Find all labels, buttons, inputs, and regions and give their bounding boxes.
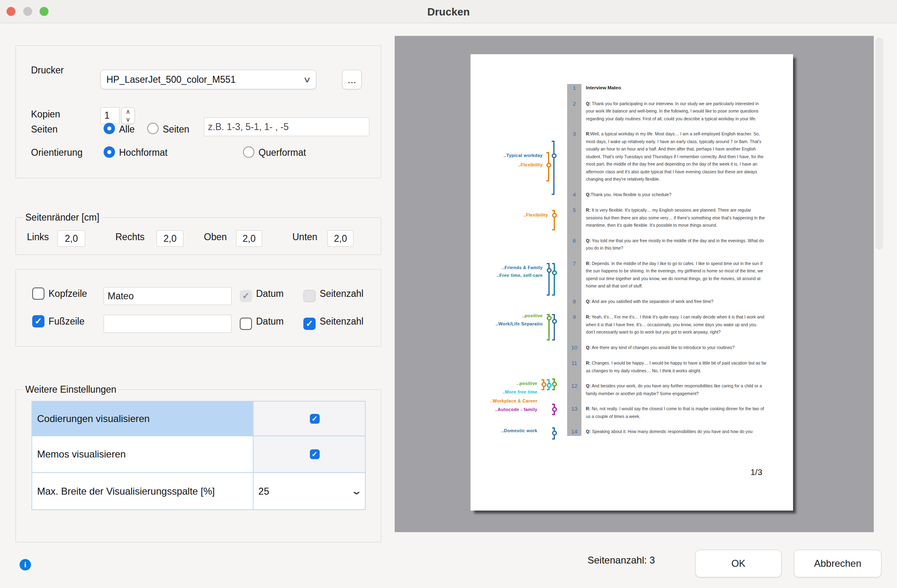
settings-checkbox[interactable]: ✓ — [310, 449, 320, 459]
paragraph-row: 9R: Yeah, it's… For me it's… I think it'… — [567, 313, 767, 344]
stepper-down-icon[interactable]: ∨ — [122, 116, 135, 124]
cancel-button[interactable]: Abbrechen — [794, 550, 882, 577]
orientation-portrait-radio[interactable] — [104, 146, 115, 158]
paragraph-row: 4Q:Thank you. How flexible is your sched… — [567, 191, 767, 207]
paragraph-row: 10Q: Are there any kind of changes you w… — [567, 344, 767, 360]
code-label: ..Autocode - family — [495, 407, 537, 412]
header-pagenumber-label: Seitenzahl — [320, 288, 363, 299]
paragraph-text: R: Changes. I would be happy… I would be… — [586, 359, 767, 382]
code-label: ..More free time — [502, 389, 537, 394]
code-label: ..positive — [522, 313, 543, 318]
footer-date-checkbox[interactable]: ✓ — [240, 318, 252, 330]
further-settings-title: Weitere Einstellungen — [23, 384, 119, 395]
preview-page: 1Interview Mateo2Q: Thank you for partic… — [471, 54, 793, 511]
settings-row-label[interactable]: Max. Breite der Visualisierungsspalte [%… — [32, 473, 253, 510]
code-label: ..Work/Life Separatio — [495, 321, 543, 326]
further-settings-group: Weitere Einstellungen Codierungen visual… — [15, 389, 381, 542]
header-date-checkbox[interactable]: ✓ — [240, 290, 252, 302]
preview-scrollbar-thumb[interactable] — [875, 38, 883, 250]
pages-all-radio[interactable] — [104, 123, 115, 134]
paragraph-row: 1Interview Mateo — [567, 84, 767, 100]
code-label: ..Workplace & Career — [490, 398, 537, 403]
pages-range-input[interactable] — [204, 117, 369, 136]
margin-top-label: Oben — [204, 232, 227, 243]
paragraph-row: 13R: No, not really. I would say the clo… — [567, 405, 767, 428]
printer-more-button[interactable]: ... — [342, 70, 362, 89]
code-label: ..Free time, self-care — [497, 273, 543, 278]
printer-select[interactable]: HP_LaserJet_500_color_M551 ∨ — [100, 70, 316, 89]
code-label: ..Flexibility — [518, 162, 543, 167]
header-text-input[interactable] — [104, 287, 232, 305]
paragraph-text: R: It is very flexible. It's typically… … — [586, 206, 767, 237]
footer-label: Fußzeile — [49, 316, 84, 327]
copies-stepper[interactable]: ∧ ∨ — [121, 107, 135, 124]
header-checkbox[interactable]: ✓ — [32, 287, 44, 300]
margin-bottom-input[interactable] — [327, 230, 353, 247]
settings-row[interactable]: Memos visualisieren✓ — [32, 436, 365, 473]
width-percent-value: 25 — [254, 486, 270, 497]
settings-checkbox[interactable]: ✓ — [310, 414, 320, 424]
copies-label: Kopien — [31, 109, 60, 120]
paragraph-number: 3 — [567, 130, 581, 191]
footer-pagenumber-checkbox[interactable]: ✓ — [303, 318, 316, 330]
paragraph-row: 7R: Depends. In the middle of the day I … — [567, 260, 767, 298]
code-label: ..Typical workday — [504, 153, 543, 158]
margin-left-input[interactable] — [57, 230, 85, 247]
print-dialog: { "window": { "title": "Drucken" }, "pri… — [0, 0, 897, 588]
pages-label: Seiten — [31, 124, 57, 135]
settings-row[interactable]: Codierungen visualisieren✓ — [32, 401, 365, 436]
orientation-landscape-radio[interactable] — [243, 146, 254, 158]
margin-bottom-label: Unten — [292, 232, 317, 243]
margins-group: Seitenränder [cm] Links Rechts Oben Unte… — [15, 217, 381, 255]
code-dot — [552, 382, 557, 387]
margins-group-title: Seitenränder [cm] — [23, 212, 102, 223]
paragraph-row: 5R: It is very flexible. It's typically…… — [567, 206, 767, 237]
code-dot — [552, 407, 557, 412]
ok-button[interactable]: OK — [695, 550, 782, 577]
width-percent-select[interactable]: 25⌄ — [254, 473, 365, 509]
paragraph-number: 9 — [567, 313, 581, 344]
footer-pagenumber-label: Seitenzahl — [320, 316, 363, 327]
chevron-down-icon: ∨ — [303, 75, 311, 84]
settings-checkbox-cell[interactable]: ✓ — [253, 436, 365, 473]
footer-text-input[interactable] — [104, 315, 232, 333]
further-settings-table: Codierungen visualisieren✓Memos visualis… — [31, 401, 366, 510]
settings-dropdown-cell[interactable]: 25⌄ — [253, 473, 365, 510]
header-footer-group: ✓ Kopfzeile ✓ Datum ✓ Seitenzahl ✓ Fußze… — [15, 269, 381, 347]
paragraph-number: 6 — [567, 237, 581, 260]
settings-row[interactable]: Max. Breite der Visualisierungsspalte [%… — [32, 473, 365, 510]
code-dot — [552, 153, 557, 158]
pages-all-label: Alle — [119, 124, 135, 135]
header-pagenumber-checkbox[interactable]: ✓ — [303, 290, 316, 302]
paragraph-number: 10 — [567, 344, 581, 360]
margin-top-input[interactable] — [236, 230, 262, 247]
paragraph-number: 7 — [567, 260, 581, 298]
settings-row-label[interactable]: Memos visualisieren — [32, 436, 253, 473]
paragraph-number: 12 — [567, 382, 581, 405]
settings-row-label[interactable]: Codierungen visualisieren — [32, 401, 253, 436]
footer-checkbox[interactable]: ✓ — [32, 315, 44, 327]
settings-checkbox-cell[interactable]: ✓ — [253, 401, 365, 436]
window-title: Drucken — [0, 6, 897, 18]
pages-range-label: Seiten — [163, 124, 189, 135]
info-icon[interactable]: i — [20, 559, 31, 570]
paragraph-text: R: No, not really. I would say the close… — [586, 405, 767, 428]
paragraph-row: 6Q: You told me that you are free mostly… — [567, 237, 767, 260]
paragraph-text: R: Yeah, it's… For me it's… I think it's… — [586, 313, 767, 344]
orientation-label: Orientierung — [31, 147, 83, 158]
paragraph-row: 14Q: Speaking about it. How many domesti… — [567, 428, 767, 436]
stepper-up-icon[interactable]: ∧ — [122, 108, 135, 116]
paragraph-number: 11 — [567, 359, 581, 382]
paragraph-text: Q: Thank you for participating in our in… — [586, 100, 767, 130]
code-dot — [547, 316, 552, 321]
paragraph-row: 2Q: Thank you for participating in our i… — [567, 100, 767, 130]
paragraph-text: Q: You told me that you are free mostly … — [586, 237, 767, 260]
copies-input[interactable] — [100, 107, 119, 124]
code-label: ..Friends & Family — [502, 265, 543, 270]
margin-left-label: Links — [27, 232, 49, 243]
margin-right-input[interactable] — [157, 230, 183, 247]
orientation-landscape-label: Querformat — [258, 147, 306, 158]
footer-date-label: Datum — [256, 316, 284, 327]
paragraph-row: 11R: Changes. I would be happy… I would … — [567, 359, 767, 382]
pages-range-radio[interactable] — [147, 123, 159, 134]
